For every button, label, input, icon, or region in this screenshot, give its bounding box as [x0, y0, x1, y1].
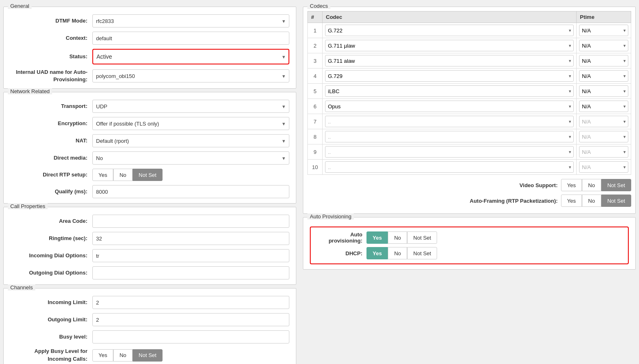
- ptime-select-cell-9: N/A: [577, 144, 631, 160]
- transport-select[interactable]: UDP TCP TLS: [92, 100, 289, 113]
- ptime-select-2[interactable]: N/A: [579, 40, 628, 51]
- apply-busy-notset-btn[interactable]: Not Set: [133, 349, 163, 362]
- dhcp-notset-btn[interactable]: Not Set: [407, 247, 437, 259]
- auto-prov-section-title: Auto Provisioning: [307, 213, 354, 220]
- outgoing-dial-label: Outgoing Dial Options:: [10, 269, 92, 277]
- apply-busy-no-btn[interactable]: No: [113, 349, 133, 362]
- outgoing-limit-input[interactable]: [92, 313, 289, 326]
- incoming-dial-label: Incoming Dial Options:: [10, 252, 92, 259]
- codec-row-9: 9..N/A: [308, 144, 631, 160]
- nat-select[interactable]: Default (rport) No Yes Force: [92, 134, 289, 147]
- auto-prov-no-btn[interactable]: No: [388, 231, 407, 244]
- dtmf-mode-row: DTMF Mode: rfc2833 inband info auto: [10, 14, 289, 27]
- ptime-select-8[interactable]: N/A: [579, 131, 628, 142]
- codec-row-1: 1G.722N/A: [308, 23, 631, 38]
- outgoing-dial-row: Outgoing Dial Options:: [10, 266, 289, 279]
- auto-prov-label: Auto provisioning:: [317, 231, 366, 244]
- auto-prov-btn-group: Yes No Not Set: [366, 231, 437, 244]
- codec-select-1[interactable]: G.722: [325, 25, 574, 36]
- network-section-title: Network Related: [8, 88, 52, 94]
- codec-select-8[interactable]: ..: [325, 131, 574, 142]
- ringtime-label: Ringtime (sec):: [10, 235, 92, 242]
- codec-select-cell-3: G.711 alaw: [323, 53, 577, 69]
- outgoing-limit-row: Outgoing Limit:: [10, 313, 289, 326]
- internal-uad-label: Internal UAD name for Auto-Provisioning:: [10, 69, 92, 83]
- status-select[interactable]: Active Inactive Disabled: [92, 49, 289, 64]
- ptime-select-7[interactable]: N/A: [579, 116, 628, 127]
- direct-rtp-row: Direct RTP setup: Yes No Not Set: [10, 169, 289, 181]
- qualify-label: Qualify (ms):: [10, 188, 92, 195]
- ptime-select-cell-5: N/A: [577, 84, 631, 99]
- auto-prov-notset-btn[interactable]: Not Set: [407, 231, 437, 244]
- qualify-input[interactable]: [92, 185, 289, 198]
- direct-media-select[interactable]: No Yes Nonat Update: [92, 151, 289, 165]
- codec-num-5: 5: [308, 84, 323, 99]
- codec-row-4: 4G.729N/A: [308, 69, 631, 84]
- incoming-limit-input[interactable]: [92, 296, 289, 309]
- ptime-select-6[interactable]: N/A: [579, 101, 628, 112]
- ptime-select-cell-10: N/A: [577, 160, 631, 175]
- dhcp-yes-btn[interactable]: Yes: [366, 247, 388, 259]
- apply-busy-btn-group: Yes No Not Set: [92, 349, 163, 362]
- codec-select-6[interactable]: Opus: [325, 101, 574, 112]
- dhcp-row: DHCP: Yes No Not Set: [317, 247, 621, 259]
- dhcp-btn-group: Yes No Not Set: [366, 247, 437, 259]
- ptime-select-10[interactable]: N/A: [579, 161, 628, 173]
- direct-rtp-btn-group: Yes No Not Set: [92, 169, 163, 181]
- video-yes-btn[interactable]: Yes: [561, 179, 582, 191]
- auto-prov-yes-btn[interactable]: Yes: [366, 231, 388, 244]
- ptime-select-1[interactable]: N/A: [579, 25, 628, 36]
- area-code-label: Area Code:: [10, 217, 92, 225]
- qualify-row: Qualify (ms):: [10, 185, 289, 198]
- ptime-select-3[interactable]: N/A: [579, 55, 628, 66]
- codec-select-9[interactable]: ..: [325, 146, 574, 158]
- ptime-select-cell-7: N/A: [577, 114, 631, 129]
- transport-select-wrapper: UDP TCP TLS: [92, 100, 289, 113]
- video-no-btn[interactable]: No: [582, 179, 601, 191]
- codec-select-7[interactable]: ..: [325, 116, 574, 127]
- ringtime-row: Ringtime (sec):: [10, 232, 289, 245]
- codec-select-2[interactable]: G.711 µlaw: [325, 40, 574, 51]
- direct-rtp-yes-btn[interactable]: Yes: [92, 169, 113, 181]
- incoming-dial-input[interactable]: [92, 249, 289, 262]
- busy-level-input[interactable]: [92, 330, 289, 343]
- direct-rtp-no-btn[interactable]: No: [113, 169, 133, 181]
- codec-select-cell-7: ..: [323, 114, 577, 129]
- codec-select-5[interactable]: iLBC: [325, 85, 574, 97]
- area-code-input[interactable]: [92, 215, 289, 228]
- autoframe-notset-btn[interactable]: Not Set: [601, 195, 631, 207]
- apply-busy-label: Apply Busy Level for Incoming Calls:: [10, 348, 92, 362]
- video-notset-btn[interactable]: Not Set: [601, 179, 631, 191]
- ptime-select-9[interactable]: N/A: [579, 146, 628, 158]
- ptime-select-cell-3: N/A: [577, 53, 631, 69]
- outgoing-dial-input[interactable]: [92, 266, 289, 279]
- codec-num-3: 3: [308, 53, 323, 69]
- direct-rtp-notset-btn[interactable]: Not Set: [133, 169, 163, 181]
- incoming-dial-row: Incoming Dial Options:: [10, 249, 289, 262]
- codec-select-3[interactable]: G.711 alaw: [325, 55, 574, 66]
- codec-select-10[interactable]: ..: [325, 161, 574, 173]
- dhcp-no-btn[interactable]: No: [388, 247, 407, 259]
- context-label: Context:: [10, 34, 92, 42]
- status-label: Status:: [10, 53, 92, 60]
- ptime-select-5[interactable]: N/A: [579, 85, 628, 97]
- dtmf-mode-label: DTMF Mode:: [10, 17, 92, 25]
- dtmf-mode-select[interactable]: rfc2833 inband info auto: [92, 14, 289, 27]
- ringtime-input[interactable]: [92, 232, 289, 245]
- codec-row-7: 7..N/A: [308, 114, 631, 129]
- encryption-select[interactable]: Offer if possible (TLS only) Required No: [92, 117, 289, 130]
- nat-select-wrapper: Default (rport) No Yes Force: [92, 134, 289, 147]
- autoframe-no-btn[interactable]: No: [582, 195, 601, 207]
- direct-media-label: Direct media:: [10, 154, 92, 162]
- auto-framing-btn-group: Yes No Not Set: [561, 195, 631, 207]
- context-input[interactable]: [92, 32, 289, 45]
- autoframe-yes-btn[interactable]: Yes: [561, 195, 582, 207]
- apply-busy-yes-btn[interactable]: Yes: [92, 349, 113, 362]
- video-support-btn-group: Yes No Not Set: [561, 179, 631, 191]
- ptime-select-4[interactable]: N/A: [579, 70, 628, 82]
- codec-select-cell-8: ..: [323, 129, 577, 144]
- codec-select-4[interactable]: G.729: [325, 70, 574, 82]
- internal-uad-select[interactable]: polycom_obi150 none: [92, 69, 289, 82]
- codec-num-4: 4: [308, 69, 323, 84]
- video-support-label: Video Support:: [520, 182, 558, 188]
